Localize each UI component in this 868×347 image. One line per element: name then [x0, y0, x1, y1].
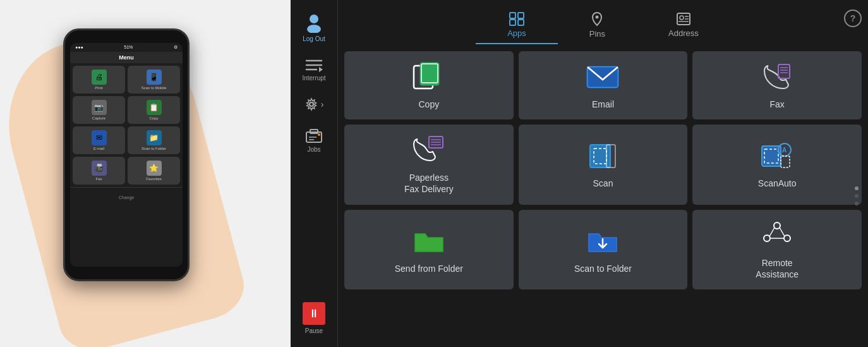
scroll-dot-1 — [855, 186, 859, 190]
sidebar-logout-label: Log Out — [303, 35, 325, 42]
scan-auto-icon: A — [758, 140, 796, 171]
svg-point-9 — [318, 133, 320, 136]
phone-item-favorites-label: Favorites — [146, 177, 162, 181]
phone-settings-icon: ⚙ — [174, 45, 178, 50]
app-tile-email[interactable]: Email — [519, 51, 688, 119]
phone-item-capture-label: Capture — [92, 116, 105, 120]
svg-line-46 — [769, 228, 775, 236]
svg-line-47 — [780, 228, 785, 236]
sidebar-item-interrupt[interactable]: Interrupt — [291, 52, 337, 88]
svg-rect-13 — [518, 13, 524, 18]
scan-icon — [584, 140, 622, 171]
copy-phone-icon: 📋 — [147, 100, 162, 115]
phone-menu-grid: 🖨 Print 📱 Scan to Mobile 📷 Capture 📋 Cop… — [70, 63, 183, 187]
app-tile-fax[interactable]: Fax — [692, 51, 862, 119]
help-button[interactable]: ? — [844, 9, 862, 27]
sidebar-item-jobs[interactable]: Jobs — [291, 121, 337, 159]
settings-icon — [304, 97, 318, 111]
main-content: Apps Pins — [338, 0, 868, 347]
address-tab-icon — [676, 12, 691, 26]
pins-tab-icon — [590, 11, 604, 27]
phone-item-print[interactable]: 🖨 Print — [73, 66, 125, 94]
jobs-icon — [305, 127, 323, 143]
phone-screen: ●●● 51% ⚙ Menu 🖨 Print 📱 Scan to Mobile — [70, 43, 183, 267]
tab-address[interactable]: Address — [637, 7, 730, 44]
app-tile-scan-label: Scan — [593, 178, 613, 189]
svg-rect-14 — [510, 20, 515, 25]
email-phone-icon: ✉ — [92, 130, 107, 145]
scan-folder-phone-icon: 📁 — [147, 130, 162, 145]
svg-rect-15 — [518, 20, 524, 25]
phone-item-fax-label: Fax — [95, 177, 102, 181]
right-panel: Log Out Interrupt › — [291, 0, 868, 347]
phone-signal: ●●● — [75, 45, 83, 50]
phone-change-bar: Change — [70, 187, 183, 204]
app-tile-scan-to-folder[interactable]: Scan to Folder — [519, 210, 688, 289]
svg-point-6 — [310, 102, 313, 106]
app-tile-remote-assistance[interactable]: Remote Assistance — [692, 210, 862, 289]
sidebar-item-logout[interactable]: Log Out — [291, 6, 337, 49]
app-tile-scan-auto-label: ScanAuto — [758, 178, 797, 189]
tab-apps[interactable]: Apps — [476, 7, 558, 44]
email-icon — [584, 61, 622, 92]
phone-item-scan-folder[interactable]: 📁 Scan to Folder — [128, 126, 180, 154]
sidebar-jobs-label: Jobs — [307, 146, 320, 153]
svg-text:A: A — [782, 147, 787, 154]
app-tile-copy-label: Copy — [418, 99, 439, 110]
favorites-icon: ⭐ — [147, 161, 162, 176]
svg-rect-42 — [781, 156, 790, 167]
tabs-bar: Apps Pins — [344, 6, 862, 45]
sidebar-item-pause[interactable]: ⏸ Pause — [291, 296, 337, 341]
phone-section: ●●● 51% ⚙ Menu 🖨 Print 📱 Scan to Mobile — [0, 0, 291, 347]
pause-icon: ⏸ — [303, 302, 325, 325]
app-tile-remote-assistance-label: Remote Assistance — [756, 257, 799, 280]
phone-status-bar: ●●● 51% ⚙ — [70, 43, 183, 52]
phone-item-print-label: Print — [95, 86, 102, 90]
app-tile-scan[interactable]: Scan — [519, 125, 688, 204]
print-icon: 🖨 — [92, 70, 107, 85]
settings-expand-icon: › — [321, 99, 324, 109]
phone-body: ●●● 51% ⚙ Menu 🖨 Print 📱 Scan to Mobile — [63, 28, 190, 281]
phone-item-capture[interactable]: 📷 Capture — [73, 96, 125, 124]
svg-point-1 — [307, 25, 321, 33]
phone-item-scan-mobile[interactable]: 📱 Scan to Mobile — [128, 66, 180, 94]
copy-icon — [410, 61, 448, 92]
scan-to-folder-icon — [584, 225, 622, 257]
phone-item-fax[interactable]: 📠 Fax — [73, 157, 125, 185]
app-tile-paperless-fax-label: Paperless Fax Delivery — [404, 172, 454, 195]
interrupt-icon — [305, 58, 323, 72]
app-tile-send-from-folder[interactable]: Send from Folder — [344, 210, 514, 289]
tab-pins[interactable]: Pins — [558, 6, 637, 45]
sidebar: Log Out Interrupt › — [291, 0, 338, 347]
sidebar-interrupt-label: Interrupt — [302, 75, 325, 82]
phone-item-scan-folder-label: Scan to Folder — [142, 147, 166, 150]
app-tile-copy[interactable]: Copy — [344, 51, 514, 119]
tab-apps-label: Apps — [507, 28, 526, 38]
phone-item-email-label: E-mail — [93, 147, 104, 150]
phone-change-label: Change — [119, 195, 135, 200]
svg-rect-12 — [510, 13, 515, 18]
svg-point-18 — [680, 16, 684, 20]
paperless-fax-icon — [410, 134, 448, 166]
phone-item-copy[interactable]: 📋 Copy — [128, 96, 180, 124]
capture-icon: 📷 — [92, 100, 107, 115]
svg-rect-27 — [778, 64, 790, 78]
app-tile-paperless-fax[interactable]: Paperless Fax Delivery — [344, 125, 514, 204]
remote-assistance-icon — [758, 219, 796, 251]
hand-phone: ●●● 51% ⚙ Menu 🖨 Print 📱 Scan to Mobile — [13, 9, 278, 338]
svg-point-16 — [596, 16, 599, 19]
scroll-dots — [855, 186, 859, 205]
app-tile-fax-label: Fax — [769, 99, 784, 110]
phone-item-copy-label: Copy — [149, 116, 158, 120]
scroll-dot-2 — [855, 194, 859, 198]
app-tile-scan-auto[interactable]: A ScanAuto — [692, 125, 862, 204]
fax-phone-icon: 📠 — [92, 161, 107, 176]
scan-mobile-icon: 📱 — [147, 70, 162, 85]
app-grid: Copy Email — [344, 51, 862, 289]
apps-tab-icon — [509, 12, 524, 26]
sidebar-item-settings[interactable]: › — [291, 91, 337, 118]
svg-marker-5 — [319, 67, 323, 72]
phone-item-email[interactable]: ✉ E-mail — [73, 126, 125, 154]
scroll-dot-3 — [855, 202, 859, 205]
phone-item-favorites[interactable]: ⭐ Favorites — [128, 157, 180, 185]
